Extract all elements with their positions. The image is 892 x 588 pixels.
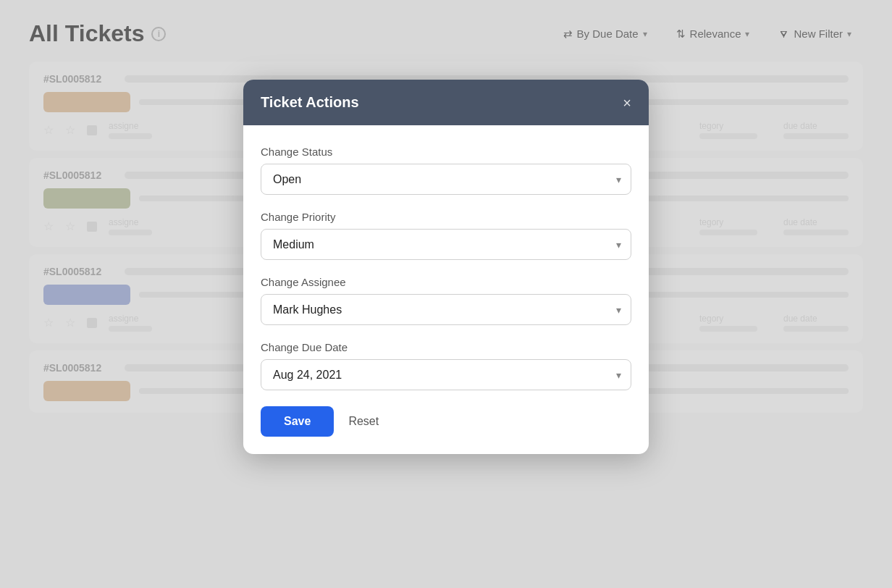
change-due-date-label: Change Due Date — [261, 341, 631, 353]
save-button[interactable]: Save — [261, 406, 334, 437]
change-assignee-group: Change Assignee Mark Hughes Jane Smith B… — [261, 276, 631, 325]
due-date-select-wrapper: Aug 24, 2021 Sep 1, 2021 Sep 15, 2021 ▾ — [261, 359, 631, 390]
priority-select-wrapper: Low Medium High Critical ▾ — [261, 229, 631, 260]
change-priority-label: Change Priority — [261, 211, 631, 223]
change-priority-group: Change Priority Low Medium High Critical… — [261, 211, 631, 260]
modal-body: Change Status Open In Progress Resolved … — [243, 125, 649, 454]
ticket-actions-modal: Ticket Actions × Change Status Open In P… — [243, 80, 649, 454]
change-assignee-label: Change Assignee — [261, 276, 631, 288]
modal-close-button[interactable]: × — [623, 96, 631, 110]
modal-overlay: Ticket Actions × Change Status Open In P… — [0, 0, 892, 588]
modal-actions: Save Reset — [261, 406, 631, 437]
modal-title: Ticket Actions — [261, 94, 359, 111]
assignee-select[interactable]: Mark Hughes Jane Smith Bob Johnson — [261, 294, 631, 325]
priority-select[interactable]: Low Medium High Critical — [261, 229, 631, 260]
change-due-date-group: Change Due Date Aug 24, 2021 Sep 1, 2021… — [261, 341, 631, 390]
change-status-group: Change Status Open In Progress Resolved … — [261, 146, 631, 195]
status-select[interactable]: Open In Progress Resolved Closed — [261, 164, 631, 195]
status-select-wrapper: Open In Progress Resolved Closed ▾ — [261, 164, 631, 195]
due-date-select[interactable]: Aug 24, 2021 Sep 1, 2021 Sep 15, 2021 — [261, 359, 631, 390]
page-background: All Tickets i ⇄ By Due Date ▾ ⇅ Relevanc… — [0, 0, 892, 588]
change-status-label: Change Status — [261, 146, 631, 158]
modal-header: Ticket Actions × — [243, 80, 649, 125]
assignee-select-wrapper: Mark Hughes Jane Smith Bob Johnson ▾ — [261, 294, 631, 325]
reset-button[interactable]: Reset — [348, 415, 379, 428]
